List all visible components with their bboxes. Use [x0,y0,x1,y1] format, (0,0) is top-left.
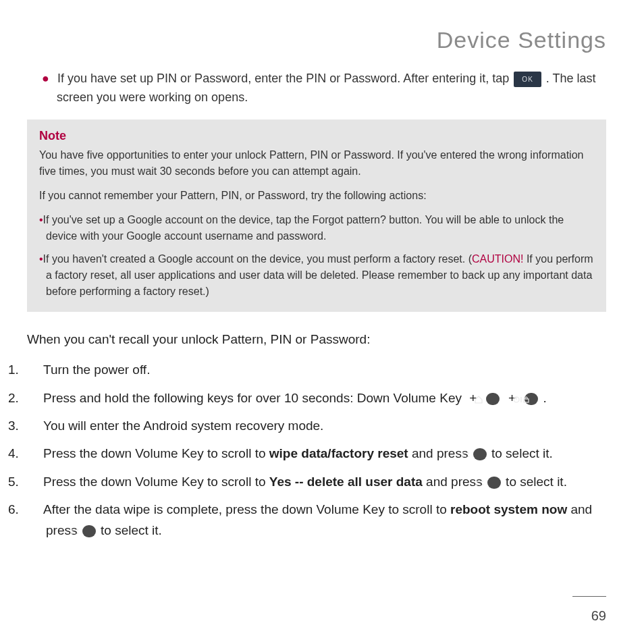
home-key-icon [486,393,500,405]
step-4-bold: wipe data/factory reset [269,446,408,460]
svg-point-10 [477,481,478,482]
step-2-pre: Press and hold the following keys for ov… [43,391,462,405]
step-6: 6.After the data wipe is complete, press… [27,499,606,541]
svg-point-7 [462,456,464,457]
step-6-pre: After the data wipe is complete, press t… [43,502,450,516]
note-paragraph-2: If you cannot remember your Pattern, PIN… [39,188,594,204]
step-3: 3.You will enter the Android system reco… [27,415,606,436]
step-5-bold: Yes -- delete all user data [269,475,423,489]
svg-point-18 [77,529,78,531]
svg-point-5 [465,452,466,454]
note-bullet-2-pre: If you haven't created a Google account … [43,253,472,265]
step-6-post: to select it. [101,523,162,537]
svg-point-11 [479,481,481,482]
page-number: 69 [591,608,606,624]
step-1: 1.Turn the power off. [27,359,606,380]
svg-point-13 [477,484,478,485]
svg-point-8 [465,456,466,457]
step-4: 4.Press the down Volume Key to scroll to… [27,443,606,464]
intro-bullet: ● If you have set up PIN or Password, en… [57,70,606,107]
svg-point-16 [72,529,73,531]
caution-label: CAUTION! [472,253,523,265]
svg-point-4 [462,452,464,454]
step-2-post: . [543,391,547,405]
svg-point-12 [482,481,483,482]
note-heading: Note [39,129,594,143]
step-6-bold: reboot system now [450,502,567,516]
step-1-text: Turn the power off. [43,363,150,377]
note-bullet-1: •If you've set up a Google account on th… [39,212,594,244]
menu-key-icon [487,477,501,489]
body-lead: When you can't recall your unlock Patter… [27,329,606,350]
step-5-post: to select it. [506,475,567,489]
svg-point-17 [74,529,76,531]
svg-point-9 [468,456,469,457]
svg-point-20 [74,533,76,534]
power-lock-key-icon [525,393,538,405]
intro-text-pre: If you have set up PIN or Password, ente… [57,72,512,85]
step-4-post: to select it. [491,446,553,460]
step-5-pre: Press the down Volume Key to scroll to [43,475,269,489]
step-3-text: You will enter the Android system recove… [43,419,323,433]
footer-rule [572,596,606,597]
page-title: Device Settings [27,27,606,53]
svg-point-19 [72,533,73,534]
ok-button-icon: OK [514,72,541,88]
svg-point-14 [479,484,481,485]
menu-key-icon [82,525,96,537]
step-4-pre: Press the down Volume Key to scroll to [43,446,269,460]
menu-key-icon [473,448,487,460]
note-box: Note You have five opportunities to ente… [27,119,606,312]
svg-point-6 [468,452,469,454]
step-2: 2.Press and hold the following keys for … [27,387,606,408]
svg-point-15 [482,484,483,485]
note-paragraph-1: You have five opportunities to enter you… [39,147,594,180]
note-bullet-2: •If you haven't created a Google account… [39,251,594,300]
page-container: Device Settings ● If you have set up PIN… [0,0,644,644]
bullet-dot-icon: ● [42,70,54,88]
svg-point-21 [77,533,78,534]
note-bullet-1-text: If you've set up a Google account on the… [43,214,564,242]
svg-rect-3 [524,399,529,402]
step-5: 5.Press the down Volume Key to scroll to… [27,471,606,492]
